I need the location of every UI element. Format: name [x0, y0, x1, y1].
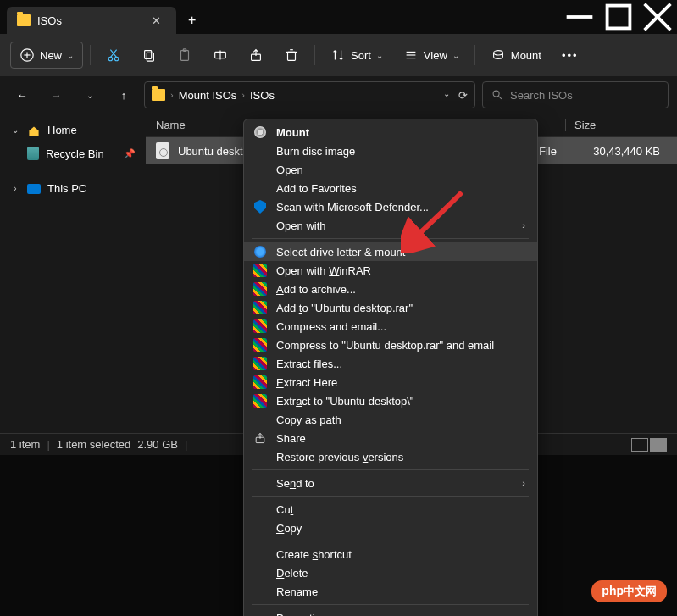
winrar-icon: [253, 319, 267, 333]
mount-button[interactable]: Mount: [482, 42, 550, 68]
ctx-open[interactable]: Open: [244, 160, 537, 179]
more-button[interactable]: •••: [553, 44, 587, 67]
winrar-icon: [253, 338, 267, 352]
col-size[interactable]: Size: [565, 119, 667, 131]
ctx-create-shortcut[interactable]: Create shortcut: [244, 545, 537, 563]
svg-rect-13: [181, 51, 189, 61]
chevron-down-icon[interactable]: ⌄: [443, 89, 450, 102]
breadcrumb-seg[interactable]: ISOs: [250, 89, 275, 102]
new-tab-button[interactable]: +: [176, 13, 208, 28]
rename-button[interactable]: [204, 42, 236, 68]
new-label: New: [40, 49, 62, 62]
svg-rect-18: [288, 52, 296, 60]
ctx-restore-versions[interactable]: Restore previous versions: [244, 447, 537, 466]
winrar-icon: [253, 394, 267, 408]
large-view-icon[interactable]: [650, 438, 667, 452]
winrar-icon: [253, 301, 267, 314]
address-bar: ← → ⌄ ↑ › Mount ISOs › ISOs ⌄ ⟳ Search I…: [0, 76, 677, 114]
ctx-label: Add to "Ubuntu desktop.rar": [276, 302, 413, 314]
file-size: 30,43,440 KB: [565, 145, 667, 158]
ctx-extract-here[interactable]: Extract Here: [244, 373, 537, 391]
ctx-label: Extract files...: [276, 358, 342, 370]
chevron-right-icon: ›: [522, 220, 525, 230]
status-size: 2.90 GB: [137, 438, 178, 451]
new-button[interactable]: New ⌄: [10, 42, 83, 69]
breadcrumb-seg[interactable]: Mount ISOs: [179, 89, 237, 102]
sidebar-item-home[interactable]: ⌄ Home: [3, 119, 142, 142]
separator: [474, 45, 475, 65]
ctx-sendto[interactable]: Send to›: [244, 474, 537, 492]
folder-icon: [17, 14, 31, 26]
maximize-button[interactable]: [599, 0, 638, 34]
ctx-label: Scan with Microsoft Defender...: [276, 201, 429, 214]
toolbar: New ⌄ Sort ⌄ View ⌄ Mount •••: [0, 34, 677, 76]
ctx-extract-to[interactable]: Extract to "Ubuntu desktop\": [244, 391, 537, 410]
sidebar-item-thispc[interactable]: › This PC: [3, 177, 142, 200]
sort-label: Sort: [351, 49, 371, 62]
ctx-compress-to-email[interactable]: Compress to "Ubuntu desktop.rar" and ema…: [244, 336, 537, 354]
winrar-icon: [253, 375, 267, 389]
sidebar-label: Home: [47, 124, 77, 136]
separator: |: [47, 438, 49, 451]
ctx-delete[interactable]: Delete: [244, 563, 537, 582]
separator: [252, 238, 529, 239]
ctx-label: Share: [276, 432, 306, 445]
ctx-rename[interactable]: Rename: [244, 582, 537, 601]
copy-button[interactable]: [133, 42, 165, 68]
ctx-favorites[interactable]: Add to Favorites: [244, 179, 537, 197]
chevron-down-icon: ⌄: [452, 51, 459, 60]
ctx-open-winrar[interactable]: Open with WinRAR: [244, 261, 537, 280]
forward-button[interactable]: →: [42, 81, 69, 108]
view-button[interactable]: View ⌄: [395, 42, 468, 68]
ctx-cut[interactable]: Cut: [244, 500, 537, 519]
ctx-copy-path[interactable]: Copy as path: [244, 410, 537, 429]
separator: |: [185, 438, 187, 451]
tab-isos[interactable]: ISOs ✕: [7, 7, 176, 34]
ctx-properties[interactable]: Properties: [244, 608, 537, 616]
ctx-share[interactable]: Share: [244, 429, 537, 447]
ctx-add-archive[interactable]: Add to archive...: [244, 280, 537, 298]
cut-button[interactable]: [97, 42, 130, 68]
paste-button[interactable]: [169, 42, 201, 68]
sidebar-item-recycle[interactable]: Recycle Bin 📌: [3, 142, 142, 165]
minimize-button[interactable]: [560, 0, 599, 34]
chevron-right-icon: ›: [10, 184, 20, 193]
ctx-label: Delete: [276, 567, 308, 580]
svg-rect-1: [608, 6, 630, 29]
recent-dropdown[interactable]: ⌄: [76, 81, 103, 108]
svg-line-26: [498, 96, 502, 99]
tab-label: ISOs: [37, 14, 62, 27]
ctx-compress-email[interactable]: Compress and email...: [244, 317, 537, 336]
svg-point-7: [108, 57, 113, 61]
ctx-mount[interactable]: Mount: [244, 123, 537, 142]
ctx-label: Properties: [276, 612, 326, 617]
chevron-down-icon: ⌄: [10, 125, 20, 135]
search-placeholder: Search ISOs: [510, 89, 573, 102]
ctx-burn[interactable]: Burn disc image: [244, 142, 537, 160]
svg-rect-12: [147, 53, 153, 61]
view-toggle[interactable]: [631, 438, 667, 452]
breadcrumb[interactable]: › Mount ISOs › ISOs ⌄ ⟳: [144, 81, 475, 108]
ctx-copy[interactable]: Copy: [244, 519, 537, 537]
ctx-defender[interactable]: Scan with Microsoft Defender...: [244, 197, 537, 216]
ctx-label: Restore previous versions: [276, 451, 403, 463]
up-button[interactable]: ↑: [110, 81, 137, 108]
ctx-select-drive-letter-mount[interactable]: Select drive letter & mount: [244, 242, 537, 261]
chevron-down-icon: ⌄: [67, 51, 74, 60]
share-button[interactable]: [240, 42, 272, 68]
ctx-openwith[interactable]: Open with›: [244, 216, 537, 235]
close-tab-icon[interactable]: ✕: [147, 13, 166, 29]
ctx-add-to-rar[interactable]: Add to "Ubuntu desktop.rar": [244, 298, 537, 317]
ctx-label: Add to archive...: [276, 283, 356, 296]
ctx-extract-files[interactable]: Extract files...: [244, 354, 537, 373]
refresh-button[interactable]: ⟳: [458, 89, 468, 102]
pc-icon: [27, 184, 41, 194]
close-button[interactable]: [638, 0, 677, 34]
delete-button[interactable]: [275, 42, 308, 68]
search-input[interactable]: Search ISOs: [482, 81, 669, 108]
sort-button[interactable]: Sort ⌄: [322, 42, 391, 68]
back-button[interactable]: ←: [8, 81, 36, 108]
ctx-label: Send to: [276, 477, 314, 490]
ctx-label: Select drive letter & mount: [276, 246, 405, 258]
details-view-icon[interactable]: [631, 438, 648, 452]
